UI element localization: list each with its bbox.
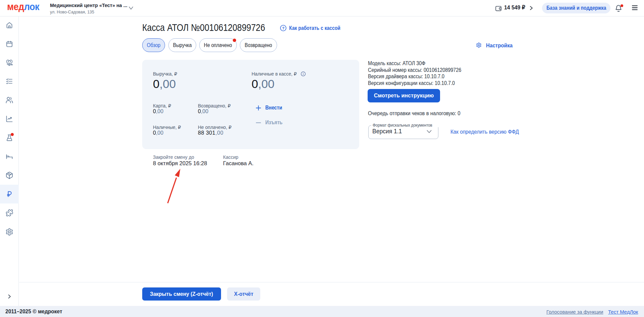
svg-text:?: ?	[282, 26, 284, 30]
